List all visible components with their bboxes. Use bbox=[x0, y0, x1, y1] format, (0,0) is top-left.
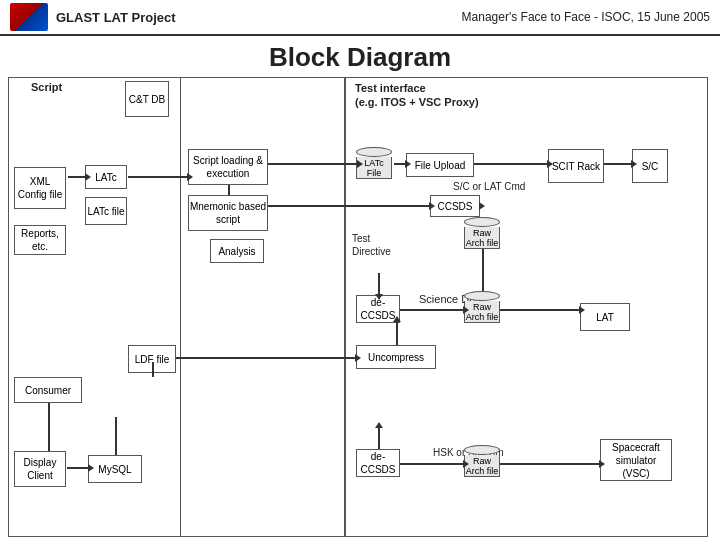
display-client-box: Display Client bbox=[14, 451, 66, 487]
arrow-rawarch3-spacecraft bbox=[500, 463, 600, 465]
arrow-deccsds-scidata bbox=[400, 309, 464, 311]
raw-arch-cylinder-3: Raw Arch file bbox=[464, 445, 500, 477]
arrow-v-rawarch1-deccsds bbox=[378, 273, 380, 295]
arrow-rawarch2-lat bbox=[500, 309, 580, 311]
de-ccsds-box-2: de- CCSDS bbox=[356, 449, 400, 477]
arrow-ldf-uncompress bbox=[176, 357, 356, 359]
consumer-box: Consumer bbox=[14, 377, 82, 403]
arrow-v-consumer-display bbox=[48, 403, 50, 451]
arrow-deccsds2-rawarch3 bbox=[400, 463, 464, 465]
lat-box: LAT bbox=[580, 303, 630, 331]
raw-arch-cylinder-1: Raw Arch file bbox=[464, 217, 500, 249]
arrow-v-upper-deccsds2 bbox=[378, 427, 380, 449]
arrow-scitrack-sc bbox=[604, 163, 632, 165]
arrow-latcfile-fileupload bbox=[394, 163, 406, 165]
arrow-xml-latc bbox=[68, 176, 86, 178]
project-title: GLAST LAT Project bbox=[56, 10, 176, 25]
file-upload-box: File Upload bbox=[406, 153, 474, 177]
arrow-fileupload-scitrack bbox=[474, 163, 548, 165]
test-directive-label: Test Directive bbox=[352, 232, 391, 258]
script-loading-box: Script loading & execution bbox=[188, 149, 268, 185]
header-subtitle: Manager's Face to Face - ISOC, 15 June 2… bbox=[462, 10, 710, 24]
header: GLAST LAT Project Manager's Face to Face… bbox=[0, 0, 720, 36]
mnemonic-box: Mnemonic based script bbox=[188, 195, 268, 231]
page-title: Block Diagram bbox=[0, 36, 720, 77]
cnt-db-box: C&T DB bbox=[125, 81, 169, 117]
arrow-displayclient-mysql bbox=[67, 467, 89, 469]
arrow-v-rawarch1-rawarch2 bbox=[482, 249, 484, 291]
arrow-mnemonic-ccsds bbox=[268, 205, 430, 207]
raw-arch-cylinder-2: Raw Arch file bbox=[464, 291, 500, 323]
glast-logo bbox=[10, 3, 48, 31]
diagram-area: Script C&T DB Test interface (e.g. ITOS … bbox=[0, 77, 720, 540]
script-label: Script bbox=[28, 81, 65, 93]
spacecraft-sim-box: Spacecraft simulator (VSC) bbox=[600, 439, 672, 481]
test-interface-label: Test interface (e.g. ITOS + VSC Proxy) bbox=[352, 81, 482, 110]
arrow-v-uncompress-ldf bbox=[396, 321, 398, 345]
header-left: GLAST LAT Project bbox=[10, 3, 176, 31]
mysql-box: MySQL bbox=[88, 455, 142, 483]
scit-rack-box: SCIT Rack bbox=[548, 149, 604, 183]
arrow-script-latcfile bbox=[268, 163, 358, 165]
analysis-box: Analysis bbox=[210, 239, 264, 263]
arrow-v-scriptload-mnemonic bbox=[228, 185, 230, 195]
sc-box: S/C bbox=[632, 149, 668, 183]
latc-file-box: LATc file bbox=[85, 197, 127, 225]
arrow-v-ldf-consumer bbox=[152, 362, 154, 377]
latc-box-1: LATc bbox=[85, 165, 127, 189]
arrow-latc-script bbox=[128, 176, 188, 178]
test-executive-box bbox=[180, 77, 345, 537]
uncompress-box: Uncompress bbox=[356, 345, 436, 369]
reports-box: Reports, etc. bbox=[14, 225, 66, 255]
xml-config-box: XML Config file bbox=[14, 167, 66, 209]
ccsds-box: CCSDS bbox=[430, 195, 480, 217]
sc-lat-cmd-label: S/C or LAT Cmd bbox=[450, 181, 528, 192]
arrow-v-mysql bbox=[115, 417, 117, 455]
